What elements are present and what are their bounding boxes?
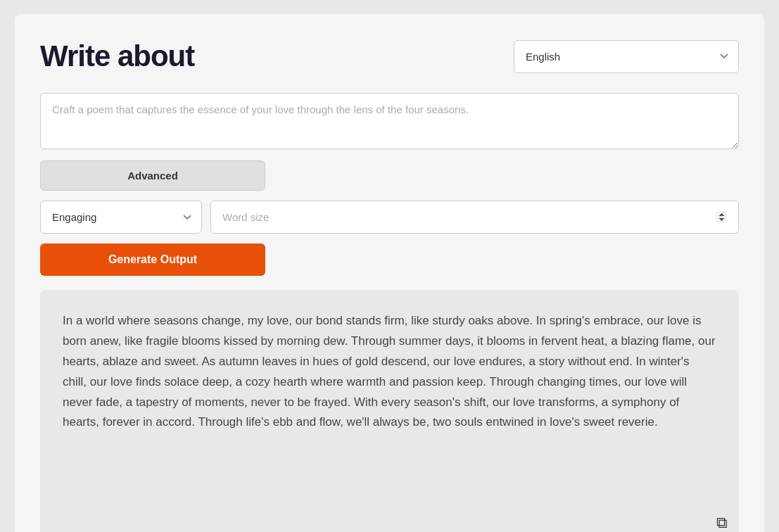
header-row: Write about English Spanish French Germa… bbox=[40, 39, 739, 73]
controls-row: Engaging Formal Casual Informative Persu… bbox=[40, 201, 739, 234]
output-text: In a world where seasons change, my love… bbox=[63, 311, 716, 433]
advanced-button[interactable]: Advanced bbox=[40, 160, 265, 191]
word-size-input[interactable] bbox=[210, 201, 739, 234]
copy-icon[interactable]: ⧉ bbox=[716, 514, 728, 532]
tone-select[interactable]: Engaging Formal Casual Informative Persu… bbox=[40, 201, 202, 234]
language-select[interactable]: English Spanish French German Italian Po… bbox=[514, 40, 739, 73]
output-container: In a world where seasons change, my love… bbox=[40, 290, 739, 532]
main-container: Write about English Spanish French Germa… bbox=[15, 14, 764, 532]
page-title: Write about bbox=[40, 39, 194, 73]
prompt-textarea[interactable] bbox=[40, 93, 739, 149]
generate-output-button[interactable]: Generate Output bbox=[40, 243, 265, 276]
